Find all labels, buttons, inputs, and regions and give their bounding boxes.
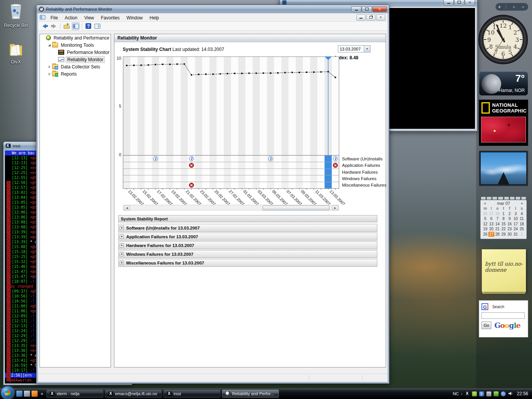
- tree-item-reports[interactable]: Reports: [40, 70, 111, 78]
- mdi-minimize-button[interactable]: [356, 14, 366, 21]
- calendar-day-cell[interactable]: 28: [494, 232, 500, 237]
- show-desktop-icon[interactable]: [16, 391, 22, 397]
- volume-tray-icon[interactable]: [508, 391, 513, 397]
- weather-gadget[interactable]: 7° Hamar, NOR: [479, 71, 528, 96]
- console-tree-button[interactable]: [72, 22, 79, 30]
- calendar-day-cell[interactable]: 20: [488, 226, 494, 232]
- scroll-left-button[interactable]: ◄: [124, 206, 130, 211]
- tree-expander[interactable]: [48, 65, 51, 68]
- calendar-day-cell[interactable]: 18: [519, 222, 525, 227]
- display-tray-icon[interactable]: [486, 391, 491, 396]
- export-button[interactable]: [63, 22, 70, 30]
- calendar-day-cell[interactable]: 10: [513, 216, 519, 222]
- start-button[interactable]: [1, 386, 14, 399]
- expand-plus-icon[interactable]: +: [120, 243, 124, 247]
- calendar-day-cell[interactable]: 22: [500, 226, 507, 232]
- report-row-4[interactable]: +Miscellaneous Failures for 13.03.2007: [118, 259, 377, 267]
- tree-item-reliability-and-performance[interactable]: Reliability and Performance: [40, 34, 111, 41]
- tree-expander[interactable]: [48, 44, 51, 46]
- tree-expander[interactable]: [48, 73, 51, 76]
- calendar-day-cell[interactable]: 1: [519, 232, 525, 237]
- tree-item-data-collector-sets[interactable]: Data Collector Sets: [40, 63, 111, 70]
- mdi-restore-button[interactable]: [366, 14, 375, 21]
- calendar-day-cell[interactable]: 14: [494, 222, 500, 227]
- reliability-monitor-window[interactable]: Reliability and Performance Monitor × Fi…: [36, 5, 390, 384]
- taskbar-clock[interactable]: 22:56: [517, 391, 528, 396]
- desktop-icon-recycle-bin[interactable]: Recycle Bin: [0, 3, 32, 28]
- menu-window[interactable]: Window: [123, 14, 146, 22]
- calendar-day-cell[interactable]: 3: [513, 211, 519, 217]
- calendar-day-cell[interactable]: 24: [513, 226, 519, 232]
- natgeo-photo[interactable]: [481, 117, 526, 142]
- sidebar-next-button[interactable]: ►: [521, 5, 526, 9]
- calendar-day-cell[interactable]: 21: [494, 226, 500, 232]
- calendar-day-cell[interactable]: 1: [500, 211, 507, 217]
- xming-tray-icon[interactable]: [465, 391, 470, 396]
- calendar-day-cell[interactable]: 17: [513, 222, 519, 227]
- calendar-day-cell[interactable]: 29: [500, 232, 507, 237]
- menu-favorites[interactable]: Favorites: [98, 14, 123, 22]
- menu-file[interactable]: File: [47, 14, 61, 22]
- show-action-pane-button[interactable]: [93, 22, 101, 30]
- battery-tray-icon[interactable]: [494, 391, 499, 396]
- expand-plus-icon[interactable]: +: [120, 226, 124, 230]
- maximize-button[interactable]: [362, 6, 372, 12]
- scroll-right-button[interactable]: ►: [332, 206, 338, 211]
- calendar-day-cell[interactable]: 26: [482, 232, 488, 237]
- calendar-day-cell[interactable]: 2: [507, 211, 513, 217]
- calendar-day-cell[interactable]: 5: [482, 216, 488, 222]
- go-button[interactable]: Go: [481, 321, 491, 329]
- desktop-icon-divx[interactable]: DivX: [0, 41, 32, 65]
- bluetooth-tray-icon[interactable]: ᛒ: [479, 391, 484, 396]
- date-dropdown[interactable]: 13.03.2007 ▼: [338, 45, 370, 52]
- expand-plus-icon[interactable]: +: [120, 261, 124, 265]
- calendar-day-cell[interactable]: 9: [507, 216, 513, 222]
- scrollbar-thumb[interactable]: [263, 206, 329, 211]
- taskbar-button-emacs@nelja.ifi.uio.no[interactable]: emacs@nelja.ifi.uio.no: [105, 390, 162, 398]
- menu-view[interactable]: View: [81, 14, 98, 22]
- calendar-grid[interactable]: mtotfls262728123456789101112131415161718…: [482, 206, 525, 237]
- calendar-day-cell[interactable]: 19: [482, 226, 488, 232]
- minimize-button[interactable]: [351, 6, 361, 12]
- switch-windows-icon[interactable]: [24, 391, 30, 397]
- calendar-next-button[interactable]: ►: [520, 201, 525, 205]
- expand-plus-icon[interactable]: +: [120, 252, 124, 256]
- calendar-day-cell[interactable]: 28: [494, 211, 500, 217]
- search-input[interactable]: [481, 312, 525, 319]
- sidebar-controls[interactable]: + ◄ ►: [496, 3, 528, 11]
- calendar-day-cell[interactable]: 7: [494, 216, 500, 222]
- close-button[interactable]: ×: [372, 6, 387, 12]
- photo-slideshow-gadget[interactable]: [479, 150, 528, 186]
- system-stability-chart[interactable]: 1050iiiiSoftware (Un)InstallsApplication…: [115, 53, 390, 205]
- calendar-today-cell[interactable]: 27: [488, 232, 494, 237]
- calendar-day-cell[interactable]: 16: [507, 222, 513, 227]
- calendar-day-cell[interactable]: 15: [500, 222, 507, 227]
- language-indicator[interactable]: NC: [453, 391, 459, 396]
- calendar-day-cell[interactable]: 23: [507, 226, 513, 232]
- help-button[interactable]: ?: [84, 22, 92, 30]
- calendar-day-cell[interactable]: 6: [488, 216, 494, 222]
- mdi-close-button[interactable]: ×: [376, 14, 385, 21]
- calendar-day-cell[interactable]: 11: [519, 216, 525, 222]
- chart-horizontal-scrollbar[interactable]: ◄ ►: [123, 205, 339, 211]
- report-row-3[interactable]: +Windows Failures for 13.03.2007: [118, 250, 377, 258]
- calendar-day-cell[interactable]: 27: [488, 211, 494, 217]
- messenger-tray-icon[interactable]: [472, 391, 477, 396]
- taskbar-button-xterm[interactable]: xterm - nelja: [46, 390, 103, 398]
- calendar-gadget[interactable]: ◄ mar 07 ► mtotfls2627281234567891011121…: [480, 197, 527, 239]
- expand-plus-icon[interactable]: +: [120, 234, 124, 239]
- close-button[interactable]: ×: [465, 0, 475, 5]
- calendar-day-cell[interactable]: 25: [519, 226, 525, 232]
- calendar-day-cell[interactable]: 26: [482, 211, 488, 217]
- report-row-2[interactable]: +Hardware Failures for 13.03.2007: [118, 241, 377, 249]
- menu-help[interactable]: Help: [146, 14, 163, 22]
- tree-item-reliability-monitor[interactable]: Reliability Monitor: [40, 56, 111, 63]
- dropdown-arrow-icon[interactable]: ▼: [364, 46, 370, 52]
- minimize-button[interactable]: [443, 0, 454, 5]
- report-row-0[interactable]: +Software (Un)Installs for 13.03.2007: [118, 224, 377, 232]
- maximize-button[interactable]: [454, 0, 464, 5]
- tree-item-performance-monitor[interactable]: Performance Monitor: [40, 49, 111, 56]
- back-button[interactable]: [41, 22, 49, 30]
- network-tray-icon[interactable]: [501, 391, 506, 396]
- taskbar-button-reliability[interactable]: Reliability and Perfor...: [222, 390, 279, 398]
